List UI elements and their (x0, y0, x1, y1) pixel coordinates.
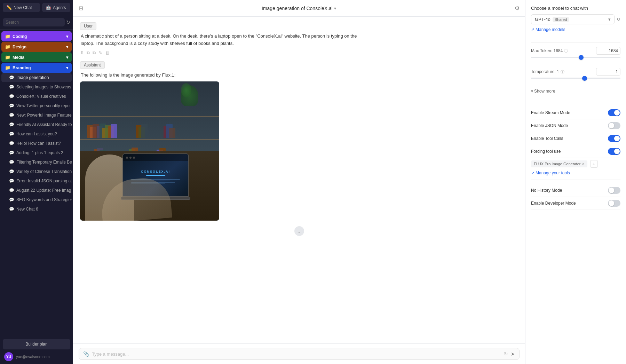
json-mode-toggle[interactable] (608, 122, 620, 129)
max-token-input[interactable] (596, 47, 620, 55)
input-refresh-button[interactable]: ↻ (504, 351, 508, 357)
shared-badge: Shared (553, 17, 569, 22)
sidebar-item-new-chat-6[interactable]: 💬 New Chat 6 (1, 205, 72, 214)
chat-icon: 💬 (9, 85, 14, 89)
stream-mode-row: Enable Stream Mode (531, 106, 620, 119)
chat-icon: 💬 (9, 169, 14, 174)
divider (531, 42, 620, 43)
model-name: GPT-4o (535, 17, 550, 22)
message-actions: ⬆ ⧉ ⧉ ✎ 🗑 (80, 50, 365, 56)
sidebar-item-consolex-visual[interactable]: 💬 ConsoleX: Visual creatives (1, 92, 72, 101)
assistant-message-block: Assistant The following is the image gen… (80, 61, 365, 221)
chevron-down-icon: ▾ (608, 17, 611, 22)
temperature-thumb[interactable] (582, 76, 587, 81)
refresh-model-button[interactable]: ↻ (617, 17, 620, 22)
chevron-down-icon: ↓ (298, 228, 300, 234)
settings-button[interactable]: ⚙ (515, 5, 520, 11)
message-input-box: 📎 ↻ ➤ (79, 348, 520, 360)
new-chat-button[interactable]: ✏️ New Chat (3, 3, 40, 12)
category-design[interactable]: 📁 Design ▾ (1, 42, 72, 52)
edit-icon[interactable]: ✎ (98, 50, 102, 56)
max-token-slider[interactable] (531, 57, 620, 58)
sidebar-item-hello[interactable]: 💬 Hello! How can I assist? (1, 139, 72, 148)
chat-icon: 💬 (9, 141, 14, 146)
developer-mode-row: Enable Developer Mode (531, 197, 620, 210)
temperature-slider[interactable] (531, 78, 620, 79)
category-branding[interactable]: 📁 Branding ▾ (1, 63, 72, 73)
user-message-block: User A cinematic shot of a person sittin… (80, 22, 365, 56)
page-title: Image generation of ConsoleX.ai (262, 6, 333, 11)
forcing-tool-toggle[interactable] (608, 148, 620, 155)
right-panel: Choose a model to chat with GPT-4o Share… (525, 0, 626, 364)
search-area: ↻ (0, 15, 73, 30)
chat-icon: 💬 (9, 122, 14, 127)
bookshelf (80, 81, 219, 158)
title-chevron-icon: ▾ (334, 6, 336, 11)
tool-calls-toggle[interactable] (608, 135, 620, 142)
developer-mode-toggle[interactable] (608, 200, 620, 207)
sidebar-item-filtering[interactable]: 💬 Filtering Temporary Emails Be (1, 158, 72, 167)
stream-mode-toggle[interactable] (608, 109, 620, 116)
duplicate-icon[interactable]: ⧉ (93, 50, 96, 56)
sidebar-item-adding[interactable]: 💬 Adding: 1 plus 1 equals 2 (1, 148, 72, 157)
sidebar-item-view-twitter[interactable]: 💬 View Twitter personality repo (1, 101, 72, 110)
tools-row: FLUX Pro Image Generator × + (531, 160, 620, 168)
max-token-thumb[interactable] (579, 55, 584, 60)
add-tool-button[interactable]: + (590, 160, 598, 168)
sidebar-item-august[interactable]: 💬 August 22 Update: Free Imag (1, 186, 72, 195)
copy-icon[interactable]: ⧉ (87, 50, 90, 56)
generated-image: CONSOLEX.AI (80, 81, 219, 221)
sidebar-item-seo[interactable]: 💬 SEO Keywords and Strategies (1, 195, 72, 204)
assistant-message-text: The following is the image generated by … (80, 72, 365, 79)
sidebar-item-error[interactable]: 💬 Error: Invalid JSON parsing at (1, 176, 72, 185)
agents-button[interactable]: 🤖 Agents (42, 3, 70, 12)
no-history-toggle[interactable] (608, 187, 620, 194)
remove-tool-button[interactable]: × (582, 161, 585, 166)
temperature-label: Temperature: 1 ⓘ (531, 69, 564, 74)
search-input[interactable] (3, 18, 65, 26)
user-row: YU yue@evalsone.com (3, 349, 70, 361)
plus-icon: + (592, 161, 595, 167)
agents-icon: 🤖 (46, 5, 51, 10)
sidebar: ✏️ New Chat 🤖 Agents ↻ 📁 Coding ▾ 📁 Desi… (0, 0, 73, 364)
sidebar-item-friendly-ai[interactable]: 💬 Friendly AI Assistant Ready to (1, 120, 72, 129)
show-more-button[interactable]: ▾ Show more (531, 89, 555, 94)
sidebar-item-selecting-images[interactable]: 💬 Selecting Images to Showcas (1, 82, 72, 92)
manage-models-link[interactable]: ↗ Manage models (531, 27, 620, 32)
no-history-label: No History Mode (531, 188, 562, 193)
delete-icon[interactable]: 🗑 (105, 50, 110, 56)
builder-plan-button[interactable]: Builder plan (3, 339, 70, 349)
sidebar-toggle-button[interactable]: ⊟ (79, 5, 83, 11)
folder-icon: 📁 (5, 65, 10, 70)
temperature-section: Temperature: 1 ⓘ (531, 68, 620, 82)
refresh-icon[interactable]: ↻ (66, 19, 70, 25)
forcing-tool-row: Forcing tool use (531, 145, 620, 158)
sidebar-item-variety[interactable]: 💬 Variety of Chinese Translation (1, 167, 72, 176)
sidebar-item-how-can-i[interactable]: 💬 How can I assist you? (1, 129, 72, 139)
new-chat-icon: ✏️ (6, 5, 12, 10)
json-mode-label: Enable JSON Mode (531, 123, 568, 128)
chevron-down-icon: ▾ (531, 89, 533, 94)
max-token-label: Max Token: 1684 ⓘ (531, 48, 568, 54)
external-link-icon: ↗ (531, 171, 534, 175)
input-attachment-icon: 📎 (83, 351, 89, 357)
scroll-to-bottom-button[interactable]: ↓ (294, 226, 304, 236)
chat-icon: 💬 (9, 132, 14, 136)
send-button[interactable]: ➤ (511, 351, 515, 357)
chat-area: User A cinematic shot of a person sittin… (73, 17, 525, 343)
chat-icon: 💬 (9, 94, 14, 99)
temperature-input[interactable] (596, 68, 620, 76)
chevron-down-icon: ▾ (66, 34, 68, 39)
manage-tools-link[interactable]: ↗ Manage your tools (531, 171, 620, 175)
sidebar-item-image-generation[interactable]: 💬 Image generation (1, 73, 72, 82)
model-selector[interactable]: GPT-4o Shared ▾ (531, 14, 615, 24)
category-coding[interactable]: 📁 Coding ▾ (1, 31, 72, 41)
chat-icon: 💬 (9, 207, 14, 212)
category-media[interactable]: 📁 Media ▾ (1, 52, 72, 62)
tool-tag-flux: FLUX Pro Image Generator × (531, 160, 587, 167)
send-icon[interactable]: ⬆ (80, 50, 84, 56)
model-section-title: Choose a model to chat with (531, 6, 620, 11)
chat-icon: 💬 (9, 103, 14, 108)
message-input[interactable] (92, 351, 501, 357)
sidebar-item-new-powerful[interactable]: 💬 New: Powerful Image Feature (1, 111, 72, 120)
